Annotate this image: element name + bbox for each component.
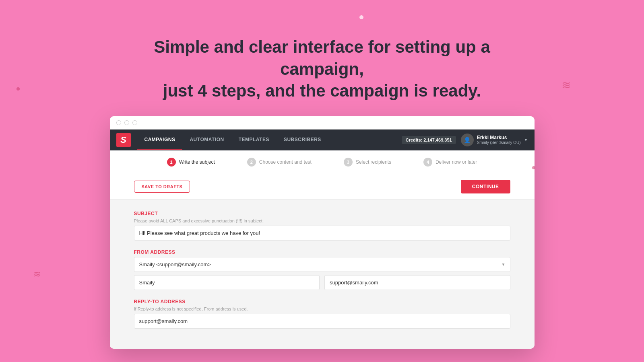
- browser-dot-3: [132, 120, 137, 125]
- decorative-dot-left: [17, 87, 20, 90]
- action-bar: SAVE TO DRAFTS CONTINUE: [110, 174, 535, 200]
- nav-subscribers[interactable]: SUBSCRIBERS: [277, 130, 328, 150]
- step-4: 4 Deliver now or later: [407, 158, 493, 174]
- from-email-input[interactable]: [324, 275, 510, 290]
- step-1-label: Write the subject: [179, 159, 215, 165]
- decorative-dot-right: [532, 166, 535, 169]
- reply-to-section: REPLY-TO ADDRESS If Reply-to address is …: [134, 299, 510, 329]
- subject-input[interactable]: [134, 226, 510, 241]
- browser-window: S CAMPAIGNS AUTOMATION TEMPLATES SUBSCRI…: [110, 116, 535, 349]
- nav-right: Credits: 2,147,469,351 👤 Erkki Markus Sm…: [402, 134, 528, 146]
- from-address-row: [134, 275, 510, 290]
- continue-button[interactable]: CONTINUE: [461, 180, 510, 193]
- user-name-block: Erkki Markus Smaily (Sendsmaily OU): [477, 135, 521, 145]
- reply-to-hint: If Reply-to address is not specified, Fr…: [134, 306, 510, 311]
- decorative-wave-left: ≋: [33, 269, 39, 280]
- reply-to-label: REPLY-TO ADDRESS: [134, 299, 510, 304]
- nav-links: CAMPAIGNS AUTOMATION TEMPLATES SUBSCRIBE…: [137, 130, 402, 150]
- credits-badge: Credits: 2,147,469,351: [402, 136, 456, 144]
- browser-chrome: [110, 116, 535, 130]
- nav-automation[interactable]: AUTOMATION: [182, 130, 231, 150]
- subject-hint: Please avoid ALL CAPS and excessive punc…: [134, 218, 510, 223]
- user-dropdown-arrow: ▼: [524, 138, 528, 142]
- stepper: 1 Write the subject 2 Choose content and…: [110, 150, 535, 174]
- save-to-drafts-button[interactable]: SAVE TO DRAFTS: [134, 181, 190, 193]
- nav-templates[interactable]: TEMPLATES: [231, 130, 277, 150]
- step-2-label: Choose content and test: [259, 159, 312, 165]
- hero-title: Simple and clear interface for setting u…: [121, 36, 523, 102]
- subject-label: SUBJECT: [134, 211, 510, 216]
- step-1-num: 1: [167, 158, 176, 167]
- user-avatar: 👤: [461, 134, 474, 146]
- step-3: 3 Select recipients: [328, 158, 407, 174]
- from-address-label: FROM ADDRESS: [134, 249, 510, 255]
- user-info[interactable]: 👤 Erkki Markus Smaily (Sendsmaily OU) ▼: [461, 134, 528, 146]
- step-3-num: 3: [344, 158, 353, 167]
- step-4-label: Deliver now or later: [436, 159, 477, 165]
- from-address-select[interactable]: Smaily <support@smaily.com> No Reply <no…: [134, 257, 510, 272]
- step-2: 2 Choose content and test: [231, 158, 328, 174]
- form-content: SUBJECT Please avoid ALL CAPS and excess…: [110, 200, 535, 349]
- step-2-num: 2: [247, 158, 256, 167]
- reply-to-input[interactable]: [134, 314, 510, 329]
- step-3-label: Select recipients: [356, 159, 391, 165]
- hero-section: Simple and clear interface for setting u…: [0, 0, 644, 116]
- browser-dot-2: [124, 120, 129, 125]
- nav-campaigns[interactable]: CAMPAIGNS: [137, 130, 183, 150]
- step-1: 1 Write the subject: [151, 158, 231, 174]
- subject-section: SUBJECT Please avoid ALL CAPS and excess…: [134, 211, 510, 241]
- decorative-wave-right: ≋: [561, 78, 570, 92]
- browser-dot-1: [116, 120, 121, 125]
- user-name: Erkki Markus: [477, 135, 521, 140]
- step-4-num: 4: [423, 158, 432, 167]
- from-address-select-wrapper: Smaily <support@smaily.com> No Reply <no…: [134, 257, 510, 272]
- app-navbar: S CAMPAIGNS AUTOMATION TEMPLATES SUBSCRI…: [110, 130, 535, 150]
- user-org: Smaily (Sendsmaily OU): [477, 140, 521, 145]
- decorative-dot-top: [359, 15, 363, 19]
- from-address-section: FROM ADDRESS Smaily <support@smaily.com>…: [134, 249, 510, 290]
- from-name-input[interactable]: [134, 275, 320, 290]
- app-logo: S: [116, 133, 131, 147]
